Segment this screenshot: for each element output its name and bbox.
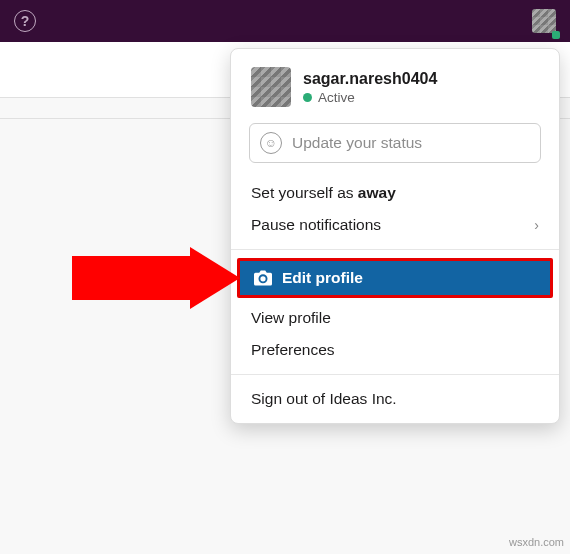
user-avatar-large [251, 67, 291, 107]
arrow-annotation [72, 248, 240, 308]
view-profile-label: View profile [251, 309, 331, 327]
edit-profile-item[interactable]: Edit profile [240, 261, 550, 295]
preferences-item[interactable]: Preferences [231, 334, 559, 366]
menu-separator [231, 249, 559, 250]
sign-out-label: Sign out of Ideas Inc. [251, 390, 397, 408]
camera-icon [254, 270, 272, 286]
presence: Active [303, 90, 437, 105]
set-away-bold: away [358, 184, 396, 201]
top-bar: ? [0, 0, 570, 42]
edit-profile-label: Edit profile [282, 269, 363, 287]
presence-label: Active [318, 90, 355, 105]
set-away-item[interactable]: Set yourself as away [231, 177, 559, 209]
pause-notifications-label: Pause notifications [251, 216, 381, 234]
presence-dot-icon [303, 93, 312, 102]
username: sagar.naresh0404 [303, 70, 437, 88]
emoji-icon[interactable]: ☺ [260, 132, 282, 154]
user-info: sagar.naresh0404 Active [303, 67, 437, 107]
user-avatar-small[interactable] [532, 9, 556, 33]
highlight-box: Edit profile [237, 258, 553, 298]
pause-notifications-item[interactable]: Pause notifications › [231, 209, 559, 241]
help-icon[interactable]: ? [14, 10, 36, 32]
status-placeholder: Update your status [292, 134, 422, 152]
status-input[interactable]: ☺ Update your status [249, 123, 541, 163]
menu-header: sagar.naresh0404 Active [231, 49, 559, 119]
set-away-prefix: Set yourself as [251, 184, 358, 201]
user-menu: sagar.naresh0404 Active ☺ Update your st… [230, 48, 560, 424]
menu-separator-2 [231, 374, 559, 375]
preferences-label: Preferences [251, 341, 335, 359]
watermark: wsxdn.com [509, 536, 564, 548]
sign-out-item[interactable]: Sign out of Ideas Inc. [231, 383, 559, 415]
view-profile-item[interactable]: View profile [231, 302, 559, 334]
chevron-right-icon: › [534, 217, 539, 233]
